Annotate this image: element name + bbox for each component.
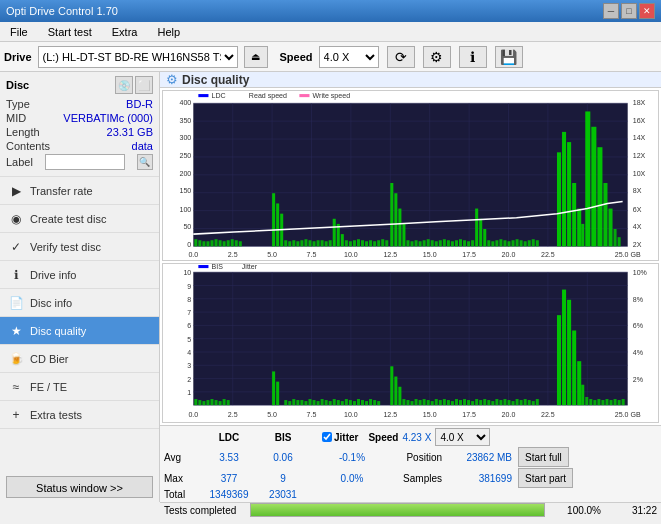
svg-text:22.5: 22.5	[541, 251, 555, 259]
sidebar-item-cd-bier[interactable]: 🍺 CD Bier	[0, 345, 159, 373]
save-button[interactable]: 💾	[495, 46, 523, 68]
maximize-button[interactable]: □	[621, 3, 637, 19]
start-part-button[interactable]: Start part	[518, 468, 573, 488]
sidebar-item-create-test-disc[interactable]: ◉ Create test disc	[0, 205, 159, 233]
svg-rect-229	[427, 400, 430, 405]
svg-text:12X: 12X	[633, 152, 646, 160]
svg-text:6X: 6X	[633, 206, 642, 214]
svg-rect-93	[398, 209, 401, 247]
svg-rect-137	[603, 183, 607, 246]
svg-rect-85	[365, 241, 368, 246]
svg-text:15.0: 15.0	[423, 411, 437, 419]
info-button[interactable]: ℹ	[459, 46, 487, 68]
close-button[interactable]: ✕	[639, 3, 655, 19]
svg-rect-231	[435, 399, 438, 405]
start-full-button[interactable]: Start full	[518, 447, 569, 467]
sidebar-item-extra-tests[interactable]: + Extra tests	[0, 401, 159, 429]
eject-button[interactable]: ⏏	[244, 46, 268, 68]
svg-rect-125	[528, 240, 531, 246]
svg-rect-262	[581, 384, 584, 404]
svg-rect-75	[325, 241, 328, 246]
speed-mode-select[interactable]: 4.0 X	[435, 428, 490, 446]
label-icon[interactable]: 🔍	[137, 154, 153, 170]
sidebar-item-fe-te[interactable]: ≈ FE / TE	[0, 373, 159, 401]
disc-icon-1[interactable]: 💿	[115, 76, 133, 94]
svg-rect-131	[572, 183, 576, 246]
svg-text:10X: 10X	[633, 170, 646, 178]
svg-rect-51	[198, 240, 201, 246]
menu-start-test[interactable]: Start test	[42, 24, 98, 40]
svg-rect-264	[589, 399, 592, 405]
svg-rect-96	[411, 241, 414, 246]
svg-rect-73	[317, 240, 320, 246]
length-label: Length	[6, 126, 40, 138]
svg-rect-246	[495, 399, 498, 405]
sidebar-item-disc-quality[interactable]: ★ Disc quality	[0, 317, 159, 345]
svg-rect-91	[390, 183, 393, 246]
sidebar-item-label: Transfer rate	[30, 185, 93, 197]
speed-label: Speed	[280, 51, 313, 63]
svg-text:400: 400	[179, 99, 191, 107]
drive-info-icon: ℹ	[8, 267, 24, 283]
svg-text:17.5: 17.5	[462, 251, 476, 259]
svg-rect-225	[411, 401, 414, 405]
svg-rect-67	[292, 240, 295, 246]
svg-text:0: 0	[187, 241, 191, 249]
svg-rect-84	[361, 240, 364, 246]
svg-rect-249	[507, 400, 510, 405]
jitter-header: Jitter	[334, 432, 358, 443]
svg-rect-86	[369, 240, 372, 246]
svg-rect-232	[439, 400, 442, 405]
svg-rect-68	[296, 241, 299, 246]
settings-button[interactable]: ⚙	[423, 46, 451, 68]
titlebar: Opti Drive Control 1.70 ─ □ ✕	[0, 0, 661, 22]
svg-rect-60	[235, 240, 238, 246]
svg-text:2.5: 2.5	[228, 411, 238, 419]
drive-select[interactable]: (L:) HL-DT-ST BD-RE WH16NS58 TST4	[38, 46, 238, 68]
svg-rect-92	[394, 193, 397, 246]
disc-label-input[interactable]	[45, 154, 125, 170]
speed-select[interactable]: 4.0 X	[319, 46, 379, 68]
svg-rect-271	[618, 400, 621, 405]
svg-rect-56	[219, 240, 222, 246]
chart-bis: 10 9 8 7 6 5 4 3 2 1 10% 8% 6% 4% 2%	[162, 263, 659, 424]
svg-rect-241	[475, 399, 478, 405]
quality-title: Disc quality	[182, 73, 249, 87]
menu-file[interactable]: File	[4, 24, 34, 40]
svg-rect-117	[495, 240, 498, 246]
svg-rect-140	[618, 237, 621, 246]
menu-extra[interactable]: Extra	[106, 24, 144, 40]
minimize-button[interactable]: ─	[603, 3, 619, 19]
jitter-checkbox[interactable]	[322, 432, 332, 442]
svg-text:1: 1	[187, 389, 191, 397]
svg-rect-126	[532, 239, 535, 246]
svg-rect-201	[304, 401, 307, 405]
sidebar-item-disc-info[interactable]: 📄 Disc info	[0, 289, 159, 317]
disc-icon-2[interactable]: ⬜	[135, 76, 153, 94]
refresh-button[interactable]: ⟳	[387, 46, 415, 68]
progress-time: 31:22	[607, 505, 657, 516]
svg-rect-245	[491, 401, 494, 405]
disc-section-title: Disc	[6, 79, 29, 91]
svg-text:Write speed: Write speed	[313, 92, 351, 100]
svg-rect-133	[581, 224, 584, 246]
mid-label: MID	[6, 112, 26, 124]
svg-rect-258	[562, 289, 566, 405]
charts-area: 400 350 300 250 200 150 100 50 0 18X 16X…	[160, 88, 661, 425]
svg-rect-122	[516, 239, 519, 246]
stats-avg-row: Avg 3.53 0.06 -0.1% Position 23862 MB St…	[164, 447, 657, 467]
app-title: Opti Drive Control 1.70	[6, 5, 118, 17]
stats-header-row: LDC BIS Jitter Speed 4.23 X 4.0 X	[164, 428, 657, 446]
svg-rect-209	[337, 400, 340, 405]
svg-rect-80	[345, 240, 348, 246]
status-window-button[interactable]: Status window >>	[6, 476, 153, 498]
menu-help[interactable]: Help	[151, 24, 186, 40]
svg-rect-114	[483, 229, 486, 246]
svg-text:2%: 2%	[633, 375, 644, 383]
sidebar-item-drive-info[interactable]: ℹ Drive info	[0, 261, 159, 289]
svg-rect-94	[402, 224, 405, 246]
sidebar-item-verify-test-disc[interactable]: ✓ Verify test disc	[0, 233, 159, 261]
sidebar-item-transfer-rate[interactable]: ▶ Transfer rate	[0, 177, 159, 205]
svg-rect-215	[361, 400, 364, 405]
samples-label: Samples	[382, 473, 442, 484]
